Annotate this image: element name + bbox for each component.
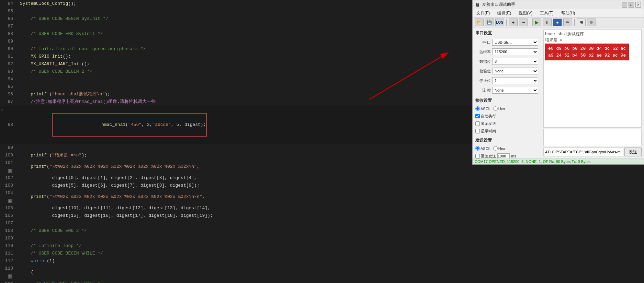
line-number: 104 □ bbox=[0, 189, 17, 204]
play-button[interactable]: ▶ bbox=[532, 19, 541, 26]
stopbits-select[interactable]: 1 bbox=[492, 77, 538, 84]
line-number: 86 bbox=[0, 15, 17, 23]
table-row: 112 while (1) bbox=[0, 257, 644, 265]
send-display-area bbox=[543, 129, 642, 146]
line-number: 97 bbox=[0, 98, 17, 106]
port-section-title: 串口设置 bbox=[475, 30, 538, 36]
port-label: 串 口 bbox=[475, 40, 491, 45]
receive-area: hmac_sha1测试程序 结果是 = e0 d9 b6 b0 20 80 d4… bbox=[543, 30, 642, 128]
serial-title: 友善串口调试助手 bbox=[482, 2, 515, 8]
toolbar-separator2 bbox=[530, 19, 530, 26]
line-number: 109 bbox=[0, 235, 17, 242]
table-row: 102 digest[0], digest[1], digest[2], dig… bbox=[0, 174, 644, 182]
line-number: 102 bbox=[0, 174, 17, 182]
repeat-send-row: 重复发送 ms bbox=[475, 153, 538, 158]
baud-label: 波特率 bbox=[475, 49, 491, 55]
pen-button[interactable]: ✏ bbox=[563, 19, 572, 26]
line-code: /* Infinite loop */ bbox=[17, 242, 644, 250]
flow-label: 流 控 bbox=[475, 88, 491, 93]
recv-mode-row: ASCII Hex bbox=[475, 106, 538, 111]
line-number: 110 bbox=[0, 242, 17, 250]
send-input[interactable] bbox=[543, 148, 623, 156]
menu-tools[interactable]: 工具(T) bbox=[539, 10, 554, 16]
warning-icon: ⚠ bbox=[1, 106, 3, 114]
plus-square-button[interactable]: ⊞ bbox=[577, 19, 586, 26]
send-ascii-radio[interactable]: ASCII bbox=[475, 146, 490, 151]
fold-icon[interactable]: □ bbox=[8, 274, 12, 279]
menu-file[interactable]: 文件(F) bbox=[475, 10, 491, 16]
fold-icon[interactable]: □ bbox=[8, 199, 12, 203]
serial-config-panel: 串口设置 串 口 USB-SE... 波特率 115200 bbox=[473, 27, 541, 158]
main-wrapper: 84 SystemClock_Config(); 85 86 /* USER C… bbox=[0, 0, 644, 283]
toolbar-separator bbox=[506, 19, 507, 26]
hex-result: e0 d9 b6 b0 20 80 d4 dc 62 ac a9 24 52 b… bbox=[545, 44, 629, 60]
stop-button[interactable]: ■ bbox=[553, 19, 562, 26]
line-number: 96 bbox=[0, 91, 17, 98]
recv-section-title: 接收设置 bbox=[475, 98, 538, 104]
show-time-row: 显示时间 bbox=[475, 129, 538, 134]
line-number: 105 bbox=[0, 204, 17, 212]
menu-view[interactable]: 视图(V) bbox=[518, 10, 533, 16]
stopbits-row: 停止位 1 bbox=[475, 77, 538, 84]
line-code bbox=[17, 220, 644, 227]
parity-select[interactable]: None bbox=[492, 68, 538, 74]
line-number: 113 □ bbox=[0, 265, 17, 280]
serial-body: 串口设置 串 口 USB-SE... 波特率 115200 bbox=[473, 27, 644, 158]
parity-label: 校验位 bbox=[475, 69, 491, 74]
line-number: 93 bbox=[0, 68, 17, 75]
line-code: digest[0], digest[1], digest[2], digest[… bbox=[17, 174, 644, 182]
table-row: 113 □ { bbox=[0, 265, 644, 280]
save-button[interactable]: 💾 bbox=[485, 19, 494, 26]
open-button[interactable]: 📂 bbox=[475, 19, 484, 26]
recv-ascii-radio[interactable]: ASCII bbox=[475, 106, 490, 111]
settings-button[interactable]: ⚙ bbox=[587, 19, 596, 26]
databits-row: 数据位 8 bbox=[475, 58, 538, 65]
line-code: digest[10], digest[11], digest[12], dige… bbox=[17, 204, 644, 212]
line-code: /* USER CODE END 2 */ bbox=[17, 227, 644, 235]
minimize-button[interactable]: — bbox=[622, 2, 627, 8]
status-bar: COM17 OPENED, 115200, 8, NONE, 1, OF Rx:… bbox=[473, 158, 644, 164]
remove-button[interactable]: − bbox=[519, 19, 528, 26]
repeat-send-check[interactable]: 重复发送 bbox=[475, 154, 496, 159]
line-code: /* USER CODE END WHILE */ bbox=[17, 280, 644, 283]
show-send-row: 显示发送 bbox=[475, 121, 538, 126]
line-code: digest[15], digest[16], digest[17], dige… bbox=[17, 212, 644, 220]
log-button[interactable]: LOG bbox=[495, 19, 504, 26]
line-number: 89 bbox=[0, 38, 17, 45]
line-number: 90 bbox=[0, 45, 17, 53]
recv-hex-radio[interactable]: Hex bbox=[493, 106, 505, 111]
add-button[interactable]: + bbox=[509, 19, 518, 26]
auto-newline-row: 自动换行 bbox=[475, 114, 538, 119]
table-row: 106 digest[15], digest[16], digest[17], … bbox=[0, 212, 644, 220]
auto-newline-check[interactable]: 自动换行 bbox=[475, 114, 496, 119]
table-row: 104 □ printf("\t%02x %02x %02x %02x %02x… bbox=[0, 189, 644, 204]
send-button[interactable]: 发送 bbox=[624, 148, 642, 156]
databits-select[interactable]: 8 bbox=[492, 58, 538, 65]
pause-button[interactable]: ⏸ bbox=[543, 19, 552, 26]
close-button[interactable]: ✕ bbox=[635, 2, 641, 8]
repeat-ms-input[interactable] bbox=[497, 153, 510, 158]
fold-icon[interactable]: □ bbox=[8, 169, 12, 173]
menu-edit[interactable]: 编辑(E) bbox=[496, 10, 512, 16]
line-number: 112 bbox=[0, 257, 17, 265]
port-select[interactable]: USB-SE... bbox=[492, 39, 538, 46]
line-number: 84 bbox=[0, 0, 17, 8]
line-number: 92 bbox=[0, 60, 17, 68]
flow-select[interactable]: None bbox=[492, 87, 538, 94]
table-row: 110 /* Infinite loop */ bbox=[0, 242, 644, 250]
show-time-check[interactable]: 显示时间 bbox=[475, 129, 496, 134]
show-send-check[interactable]: 显示发送 bbox=[475, 121, 496, 126]
recv-line-1: hmac_sha1测试程序 bbox=[545, 31, 640, 37]
line-number: 95 bbox=[0, 83, 17, 91]
table-row: 103 digest[5], digest[6], digest[7], dig… bbox=[0, 182, 644, 189]
maximize-button[interactable]: □ bbox=[629, 2, 634, 8]
baud-select[interactable]: 115200 bbox=[492, 48, 538, 55]
send-hex-radio[interactable]: Hex bbox=[493, 146, 505, 151]
port-row: 串 口 USB-SE... bbox=[475, 39, 538, 46]
line-number: 94 bbox=[0, 75, 17, 83]
line-code: digest[5], digest[6], digest[7], digest[… bbox=[17, 182, 644, 189]
table-row: 111 /* USER CODE BEGIN WHILE */ bbox=[0, 250, 644, 257]
line-code bbox=[17, 235, 644, 242]
window-buttons: — □ ✕ bbox=[622, 2, 641, 8]
menu-help[interactable]: 帮助(H) bbox=[560, 10, 576, 16]
